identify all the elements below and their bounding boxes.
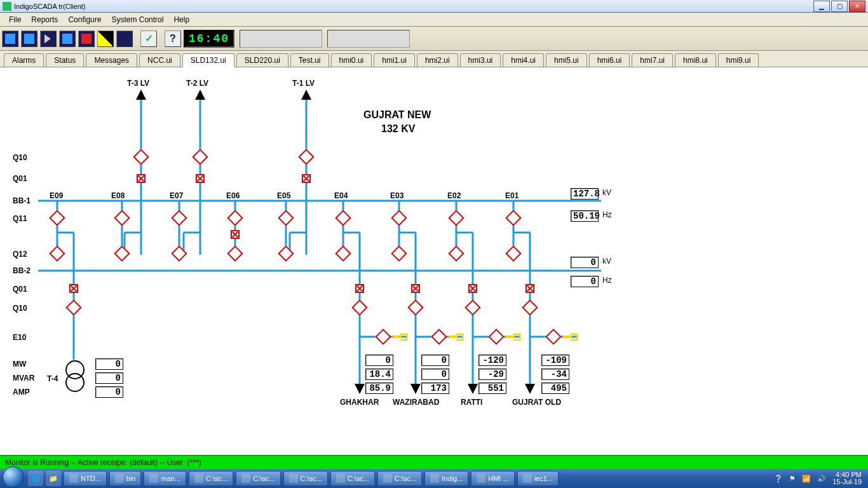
toolbar-btn-4[interactable] [59, 30, 76, 47]
taskbar-pin-explorer[interactable]: 📁 [46, 471, 61, 486]
tab-messages[interactable]: Messages [86, 53, 137, 67]
taskbar-item-5[interactable]: C:\sc... [283, 471, 328, 486]
t4-amp-value: 0 [95, 386, 123, 398]
taskbar-item-9[interactable]: HMI ... [471, 471, 514, 486]
taskbar-item-3[interactable]: C:\sc... [189, 471, 233, 486]
row-q12: Q12 [13, 250, 27, 259]
tab-ncc[interactable]: NCC.ui [139, 53, 180, 67]
tab-hmi6[interactable]: hmi6.ui [589, 53, 630, 67]
arrow-gujratold [525, 384, 535, 394]
arrow-ghakhar [355, 384, 365, 394]
row-q10b: Q10 [13, 304, 27, 313]
close-button[interactable]: ✕ [849, 1, 865, 12]
menu-reports[interactable]: Reports [26, 14, 63, 25]
transformer-t4-label: T-4 [47, 374, 58, 383]
system-tray[interactable]: ❔ ⚑ 📶 🔊 4:40 PM15-Jul-19 [774, 471, 865, 485]
taskbar-item-8[interactable]: Indig... [424, 471, 468, 486]
taskbar-pin-ie[interactable]: 🌐 [28, 471, 43, 486]
bb2-kv-value: 0 [571, 257, 599, 268]
breaker-t3-q01[interactable] [137, 174, 146, 183]
breaker-gujratold-q01[interactable] [526, 284, 534, 293]
row-q11: Q11 [13, 214, 27, 223]
tab-status[interactable]: Status [46, 53, 84, 67]
bb2-hz-value: 0 [571, 276, 599, 287]
gujratold-mw: -109 [541, 355, 569, 366]
taskbar-item-6[interactable]: C:\sc... [330, 471, 375, 486]
label-t2: T-2 LV [186, 79, 208, 88]
ratti-mw: -120 [478, 355, 506, 366]
breaker-t4-q01[interactable] [69, 284, 78, 293]
tab-hmi4[interactable]: hmi4.ui [503, 53, 544, 67]
app-icon [3, 2, 11, 11]
menu-file[interactable]: File [4, 14, 26, 25]
toolbar-btn-6[interactable] [97, 30, 114, 47]
toolbar-clock: 16:40 [184, 30, 234, 48]
taskbar-item-0[interactable]: NTD... [64, 471, 107, 486]
tab-sld220[interactable]: SLD220.ui [236, 53, 288, 67]
row-q01: Q01 [13, 174, 27, 183]
taskbar: 🌐 📁 NTD... bin man... C:\sc... C:\sc... … [0, 469, 868, 488]
tab-hmi5[interactable]: hmi5.ui [546, 53, 587, 67]
ghakhar-mw: 0 [365, 355, 393, 366]
tray-flag-icon[interactable]: ⚑ [789, 475, 796, 483]
tab-hmi1[interactable]: hmi1.ui [374, 53, 415, 67]
bay-e04: E04 [334, 191, 348, 200]
tray-volume-icon[interactable]: 🔊 [817, 475, 826, 483]
tab-hmi2[interactable]: hmi2.ui [417, 53, 458, 67]
earth-switch-ghakhar[interactable] [393, 332, 412, 341]
tab-hmi7[interactable]: hmi7.ui [632, 53, 673, 67]
bay-e06: E06 [226, 191, 240, 200]
taskbar-item-1[interactable]: bin [109, 471, 142, 486]
menu-help[interactable]: Help [168, 14, 194, 25]
minimize-button[interactable]: ▁ [813, 1, 830, 12]
toolbar-btn-1[interactable] [2, 30, 18, 47]
toolbar-btn-play[interactable] [40, 30, 57, 47]
breaker-ghakhar-q01[interactable] [355, 284, 364, 293]
earth-switch-wazirabad[interactable] [449, 332, 468, 341]
tab-hmi3[interactable]: hmi3.ui [460, 53, 501, 67]
feeder-ratti-label: RATTI [461, 398, 482, 407]
tab-hmi8[interactable]: hmi8.ui [675, 53, 716, 67]
taskbar-item-10[interactable]: iec1... [517, 471, 559, 486]
tray-clock[interactable]: 4:40 PM15-Jul-19 [832, 471, 862, 485]
toolbar-field-1[interactable] [240, 30, 322, 48]
toolbar-field-2[interactable] [327, 30, 410, 48]
toolbar-btn-help[interactable] [165, 30, 181, 47]
bay-e03: E03 [390, 191, 403, 200]
wazirabad-mw: 0 [421, 355, 449, 366]
toolbar-btn-2[interactable] [21, 30, 37, 47]
breaker-ratti-q01[interactable] [468, 284, 477, 293]
tray-help-icon[interactable]: ❔ [774, 475, 783, 483]
tab-sld132[interactable]: SLD132.ui [182, 53, 234, 67]
breaker-wazirabad-q01[interactable] [411, 284, 420, 293]
tab-hmi9[interactable]: hmi9.ui [718, 53, 759, 67]
tab-alarms[interactable]: Alarms [4, 53, 44, 67]
taskbar-item-7[interactable]: C:\sc... [377, 471, 422, 486]
taskbar-item-2[interactable]: man... [144, 471, 186, 486]
bay-e01: E01 [505, 191, 519, 200]
wazirabad-mvar: 0 [421, 369, 449, 380]
arrow-ratti [468, 384, 478, 394]
tray-network-icon[interactable]: 📶 [802, 475, 811, 483]
row-mvar: MVAR [13, 374, 34, 383]
feeder-gujratold-label: GUJRAT OLD [512, 398, 561, 407]
arrow-t1 [301, 90, 311, 100]
toolbar-btn-pause[interactable] [116, 30, 133, 47]
breaker-t1-q01[interactable] [302, 174, 311, 183]
menu-system-control[interactable]: System Control [106, 14, 168, 25]
maximize-button[interactable]: ▢ [831, 1, 848, 12]
taskbar-item-4[interactable]: C:\sc... [236, 471, 280, 486]
bay-e09: E09 [50, 191, 63, 200]
toolbar-btn-5[interactable] [78, 30, 95, 47]
tab-test[interactable]: Test.ui [290, 53, 329, 67]
row-bb1: BB-1 [13, 196, 31, 205]
breaker-e06-tie[interactable] [231, 230, 240, 239]
tab-hmi0[interactable]: hmi0.ui [331, 53, 372, 67]
earth-switch-gujratold[interactable] [563, 332, 582, 341]
menu-configure[interactable]: Configure [63, 14, 106, 25]
bay-e02: E02 [447, 191, 461, 200]
breaker-t2-q01[interactable] [196, 174, 205, 183]
earth-switch-ratti[interactable] [506, 332, 525, 341]
start-button[interactable] [3, 466, 24, 488]
toolbar-btn-check[interactable] [140, 30, 157, 47]
